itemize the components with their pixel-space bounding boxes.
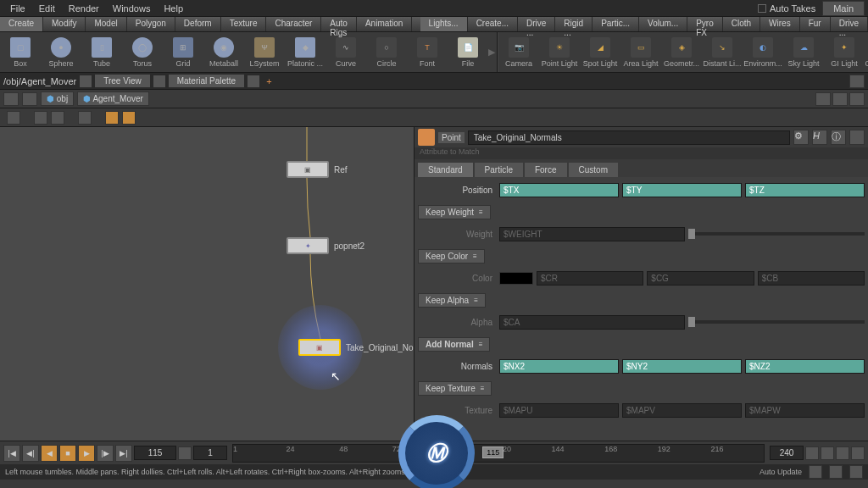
shelf-tab-create[interactable]: Create: [0, 17, 43, 31]
shelf-tab-volum[interactable]: Volum...: [639, 17, 687, 31]
list-view-icon[interactable]: [7, 111, 20, 125]
timeline-ruler[interactable]: 1 24 48 72 96 120 144 168 192 216 115: [232, 444, 765, 463]
keep-texture-dropdown[interactable]: Keep Texture≡: [418, 381, 492, 396]
start-frame-field[interactable]: [193, 446, 227, 460]
menu-edit[interactable]: Edit: [32, 2, 62, 15]
position-x-field[interactable]: $TX: [499, 183, 619, 197]
cook-icon[interactable]: [809, 465, 822, 479]
shelf-spotlight[interactable]: ◢Spot Light: [580, 32, 620, 72]
take-selector[interactable]: Main: [822, 1, 865, 16]
shelf-lsystem[interactable]: ΨLSystem: [244, 32, 285, 72]
shelf-tab-lights[interactable]: Lights...: [420, 17, 468, 31]
shelf-tube[interactable]: ▯Tube: [81, 32, 122, 72]
shelf-curve[interactable]: ∿Curve: [326, 32, 366, 72]
comment-icon[interactable]: [849, 130, 865, 145]
node-popnet[interactable]: ✦ popnet2: [287, 237, 364, 254]
autotakes-checkbox[interactable]: [758, 4, 766, 13]
breadcrumb-obj[interactable]: ⬢ obj: [41, 92, 74, 106]
shelf-grid[interactable]: ⊞Grid: [163, 32, 203, 72]
normals-x-field[interactable]: $NX2: [499, 359, 619, 374]
tab-custom[interactable]: Custom: [569, 163, 618, 177]
shelf-causticlight[interactable]: ≋Caustic Li...: [865, 32, 868, 72]
tab-particle[interactable]: Particle: [475, 163, 523, 177]
nav-forward-icon[interactable]: [22, 92, 37, 106]
shelf-pointlight[interactable]: ☀Point Light: [539, 32, 580, 72]
stop-button[interactable]: ■: [59, 445, 76, 462]
gear-icon[interactable]: [849, 75, 865, 88]
play-back-button[interactable]: ◀: [41, 445, 58, 462]
menu-help[interactable]: Help: [157, 2, 190, 15]
close-tab-icon[interactable]: [248, 75, 259, 87]
shelf-tab-create2[interactable]: Create...: [468, 17, 518, 31]
range-lock-icon[interactable]: [805, 446, 819, 460]
breadcrumb-node[interactable]: ⬢ Agent_Mover: [77, 92, 149, 106]
shelf-circle[interactable]: ○Circle: [366, 32, 407, 72]
keep-alpha-dropdown[interactable]: Keep Alpha≡: [418, 293, 486, 308]
menu-windows[interactable]: Windows: [106, 2, 158, 15]
shelf-geomlight[interactable]: ◈Geometr...: [661, 32, 702, 72]
shelf-gilight[interactable]: ✦GI Light: [824, 32, 865, 72]
playhead[interactable]: 115: [482, 446, 504, 458]
tab-force[interactable]: Force: [525, 163, 567, 177]
node-type-label[interactable]: Point: [438, 132, 465, 143]
close-tab-icon[interactable]: [80, 75, 92, 87]
help-icon[interactable]: H: [812, 130, 827, 145]
shelf-tab-deform[interactable]: Deform: [175, 17, 221, 31]
key-icon[interactable]: [178, 446, 192, 460]
audio-icon[interactable]: [836, 446, 849, 460]
network-view[interactable]: ▣ Ref ✦ popnet2 ▣ Take_Original_Norm ↖: [0, 127, 414, 441]
play-forward-button[interactable]: ▶: [78, 445, 95, 462]
next-key-button[interactable]: |▶: [97, 445, 114, 462]
help-icon[interactable]: [849, 465, 863, 479]
normals-z-field[interactable]: $NZ2: [745, 359, 865, 374]
shelf-camera[interactable]: 📷Camera: [498, 32, 539, 72]
cache-icon[interactable]: [829, 465, 843, 479]
menu-render[interactable]: Render: [62, 2, 106, 15]
shelf-font[interactable]: TFont: [407, 32, 448, 72]
info-icon[interactable]: ⓘ: [831, 130, 846, 145]
grid-icon[interactable]: [51, 111, 64, 125]
shelf-distantlight[interactable]: ↘Distant Li...: [702, 32, 743, 72]
tab-material[interactable]: Material Palette: [169, 75, 244, 87]
shelf-tab-fur[interactable]: Fur: [800, 17, 831, 31]
group-icon[interactable]: [78, 111, 92, 125]
sticky-icon[interactable]: [122, 111, 136, 125]
shelf-tab-animation[interactable]: Animation: [357, 17, 412, 31]
end-frame-field[interactable]: [770, 446, 804, 460]
shelf-tab-drive2[interactable]: Drive ...: [831, 17, 868, 31]
first-frame-button[interactable]: |◀: [3, 445, 20, 462]
autotakes-toggle[interactable]: Auto Takes: [758, 3, 815, 14]
add-normal-dropdown[interactable]: Add Normal≡: [418, 337, 490, 352]
layout-icon[interactable]: [34, 111, 47, 125]
shelf-tab-pyrofx[interactable]: Pyro FX: [687, 17, 723, 31]
node-name-field[interactable]: Take_Original_Normals: [468, 130, 790, 145]
expose-icon[interactable]: [832, 92, 848, 106]
menu-file[interactable]: File: [3, 2, 32, 15]
close-tab-icon[interactable]: [153, 75, 165, 87]
position-y-field[interactable]: $TY: [622, 183, 742, 197]
keep-color-dropdown[interactable]: Keep Color≡: [418, 249, 485, 263]
normals-y-field[interactable]: $NY2: [622, 359, 742, 374]
shelf-torus[interactable]: ◯Torus: [122, 32, 163, 72]
shelf-tab-modify[interactable]: Modify: [43, 17, 86, 31]
last-frame-button[interactable]: ▶|: [115, 445, 132, 462]
shelf-tab-polygon[interactable]: Polygon: [127, 17, 175, 31]
tab-treeview[interactable]: Tree View: [95, 75, 149, 87]
shelf-box[interactable]: ▢Box: [0, 32, 41, 72]
shelf-tab-drive[interactable]: Drive ...: [518, 17, 555, 31]
tab-standard[interactable]: Standard: [418, 163, 473, 177]
shelf-tab-model[interactable]: Model: [86, 17, 126, 31]
shelf-tab-rigid[interactable]: Rigid ...: [555, 17, 593, 31]
nav-back-icon[interactable]: [3, 92, 19, 106]
shelf-tab-texture[interactable]: Texture: [221, 17, 267, 31]
add-tab-icon[interactable]: +: [266, 76, 271, 86]
keep-weight-dropdown[interactable]: Keep Weight≡: [418, 205, 491, 219]
shelf-tab-partic[interactable]: Partic...: [593, 17, 639, 31]
shelf-tab-character[interactable]: Character: [266, 17, 321, 31]
shelf-tab-wires[interactable]: Wires: [760, 17, 800, 31]
current-frame-field[interactable]: [134, 446, 176, 460]
node-body[interactable]: ▣: [287, 161, 329, 178]
shelf-tab-autorigs[interactable]: Auto Rigs: [321, 17, 357, 31]
gear-icon[interactable]: ⚙: [793, 130, 809, 145]
shelf-arealight[interactable]: ▭Area Light: [620, 32, 661, 72]
